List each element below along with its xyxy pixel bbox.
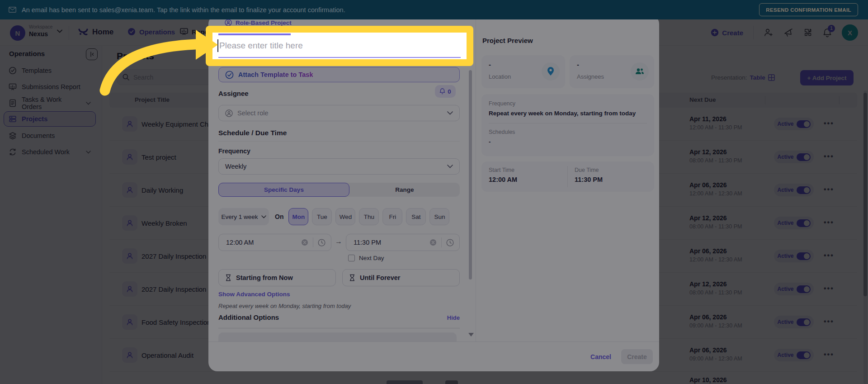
project-title-input[interactable]: Please enter title here [212, 33, 467, 59]
title-input-placeholder: Please enter title here [219, 41, 303, 51]
input-underline [218, 57, 461, 58]
annotation-arrow [81, 26, 226, 99]
app-screen: An email has been sent to sales@xenia.te… [0, 0, 868, 384]
tab-indicator [218, 33, 291, 35]
annotation-highlight-box: Please enter title here [206, 26, 473, 66]
